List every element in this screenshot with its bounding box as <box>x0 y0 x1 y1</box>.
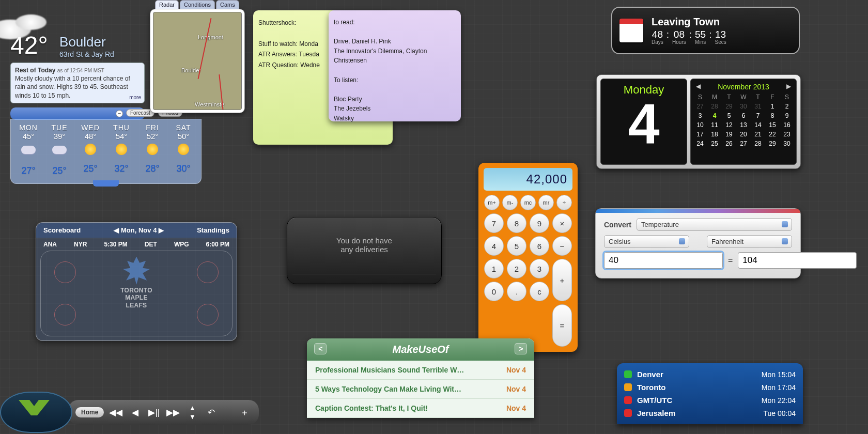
countdown-title: Leaving Town <box>652 16 792 28</box>
calc-key-6[interactable]: 6 <box>530 236 549 256</box>
to-unit-select[interactable]: Fahrenheit <box>707 235 792 248</box>
weather-city: Boulder <box>59 34 114 50</box>
weather-forecast-row: MON45°27° TUE39°25° WED48°25° THU54°32° … <box>10 119 202 184</box>
calc-key-0[interactable]: 0 <box>484 282 504 301</box>
calendar-widget: Monday 4 ◀November 2013▶ SMTWTFS 2728293… <box>596 74 801 169</box>
status-dot-icon <box>624 370 632 378</box>
deliveries-widget[interactable]: You do not have any deliveries <box>287 217 442 284</box>
calc-key-mul[interactable]: × <box>552 213 572 233</box>
calc-key-c[interactable]: c <box>530 282 549 301</box>
collapse-icon[interactable]: − <box>116 110 123 117</box>
calc-key-mc[interactable]: mc <box>520 195 536 210</box>
rss-header: < MakeUseOf > <box>307 338 534 361</box>
calc-key-dot[interactable]: . <box>507 282 526 301</box>
prev-track-icon[interactable]: ◀◀ <box>109 405 123 420</box>
add-icon[interactable]: ＋ <box>237 405 252 420</box>
world-clock-row[interactable]: TorontoMon 17:04 <box>624 381 796 394</box>
drag-handle-icon[interactable] <box>93 180 119 187</box>
from-value-input[interactable] <box>604 252 723 269</box>
play-pause-icon[interactable]: ▶|| <box>147 405 161 420</box>
unit-converter-widget: Convert Temperature Celsius Fahrenheit = <box>595 208 801 278</box>
weather-forecast-card: Rest of Today as of 12:54 PM MST Mostly … <box>10 63 145 103</box>
xbmc-remote-widget: Home ◀◀ ◀ ▶|| ▶▶ ▲▼ ↶ ＋ <box>0 391 279 434</box>
calc-key-3[interactable]: 3 <box>530 259 549 278</box>
rss-widget: < MakeUseOf > Professional Musicians Sou… <box>307 338 534 418</box>
next-track-icon[interactable]: ▶▶ <box>166 405 180 420</box>
scoreboard-tab[interactable]: Scoreboard <box>43 226 81 234</box>
tab-radar[interactable]: Radar <box>155 0 179 9</box>
calc-key-9[interactable]: 9 <box>530 213 549 233</box>
calendar-month[interactable]: ◀November 2013▶ SMTWTFS 272829303112 345… <box>690 79 797 165</box>
sticky-note-purple[interactable]: to read: Drive, Daniel H. Pink The Innov… <box>329 10 461 121</box>
rewind-icon[interactable]: ◀ <box>128 405 142 420</box>
status-dot-icon <box>624 383 632 391</box>
calc-key-mr[interactable]: mr <box>538 195 554 210</box>
prev-month-icon[interactable]: ◀ <box>696 83 701 90</box>
next-month-icon[interactable]: ▶ <box>786 83 791 90</box>
world-clock-widget: DenverMon 15:04 TorontoMon 17:04 GMT/UTC… <box>617 363 803 424</box>
calendar-today: Monday 4 <box>600 79 687 165</box>
scoreboard-date[interactable]: ◀ Mon, Nov 4 ▶ <box>114 226 164 234</box>
calculator-widget: 42,000 m+ m- mc mr ÷ 7 8 9 × 4 5 6 − 1 2… <box>478 163 578 352</box>
from-unit-select[interactable]: Celsius <box>604 235 689 248</box>
equals-label: = <box>728 256 733 265</box>
rss-next-button[interactable]: > <box>515 343 527 354</box>
weather-location: 63rd St & Jay Rd <box>59 50 114 58</box>
rss-item[interactable]: 5 Ways Technology Can Make Living Wit…No… <box>307 380 534 399</box>
radar-widget: Radar Conditions Cams Longmont Boulder W… <box>150 0 245 113</box>
weather-toolbar: − Forecast Photos <box>10 107 145 120</box>
tab-cams[interactable]: Cams <box>216 0 239 9</box>
weather-temp: 42° <box>10 31 48 59</box>
world-clock-row[interactable]: JerusalemTue 00:04 <box>624 407 796 420</box>
calendar-grid[interactable]: SMTWTFS 272829303112 3456789 10111213141… <box>693 92 794 148</box>
media-controls: Home ◀◀ ◀ ▶|| ▶▶ ▲▼ ↶ ＋ <box>68 400 259 425</box>
convert-label: Convert <box>604 221 631 229</box>
down-icon[interactable]: ▼ <box>185 412 199 421</box>
status-dot-icon <box>624 396 632 404</box>
calc-key-4[interactable]: 4 <box>484 236 504 256</box>
rss-item[interactable]: Professional Musicians Sound Terrible W…… <box>307 361 534 380</box>
countdown-widget: Leaving Town 48Days: 08Hours: 55Mins: 13… <box>611 7 800 54</box>
tab-conditions[interactable]: Conditions <box>180 0 215 9</box>
weather-widget: 42° Boulder 63rd St & Jay Rd Rest of Tod… <box>10 31 145 184</box>
calc-key-mplus[interactable]: m+ <box>484 195 500 210</box>
sports-scoreboard-widget[interactable]: Scoreboard ◀ Mon, Nov 4 ▶ Standings ANAN… <box>36 222 237 341</box>
back-icon[interactable]: ↶ <box>204 405 219 420</box>
calc-key-mminus[interactable]: m- <box>502 195 518 210</box>
status-dot-icon <box>624 409 632 417</box>
standings-tab[interactable]: Standings <box>197 226 229 234</box>
to-value-input[interactable] <box>738 252 857 269</box>
radar-map[interactable]: Longmont Boulder Westminste <box>153 12 242 110</box>
rss-item[interactable]: Caption Contest: That's It, I Quit!Nov 4 <box>307 399 534 418</box>
world-clock-row[interactable]: GMT/UTCMon 22:04 <box>624 394 796 407</box>
calc-key-2[interactable]: 2 <box>507 259 526 278</box>
up-icon[interactable]: ▲ <box>185 404 199 412</box>
calc-key-add[interactable]: + <box>552 259 572 301</box>
calculator-display: 42,000 <box>484 168 572 191</box>
calc-key-1[interactable]: 1 <box>484 259 504 278</box>
calendar-icon <box>619 19 643 42</box>
calc-key-7[interactable]: 7 <box>484 213 504 233</box>
team-logo: TORONTOMAPLELEAFS <box>120 256 152 309</box>
calc-key-5[interactable]: 5 <box>507 236 526 256</box>
xbmc-logo-icon <box>0 392 72 433</box>
converter-spectrum-bar <box>596 209 800 213</box>
category-select[interactable]: Temperature <box>637 218 792 231</box>
calc-key-sub[interactable]: − <box>552 236 572 256</box>
game-row[interactable]: ANANYR5:30 PM DETWPG6:00 PM <box>36 238 237 251</box>
calc-key-div[interactable]: ÷ <box>556 195 572 210</box>
home-button[interactable]: Home <box>75 407 104 417</box>
weather-more-link[interactable]: more <box>129 94 141 101</box>
calc-key-eq[interactable]: = <box>552 304 572 347</box>
rss-prev-button[interactable]: < <box>314 343 327 354</box>
calc-key-8[interactable]: 8 <box>507 213 526 233</box>
world-clock-row[interactable]: DenverMon 15:04 <box>624 368 796 381</box>
